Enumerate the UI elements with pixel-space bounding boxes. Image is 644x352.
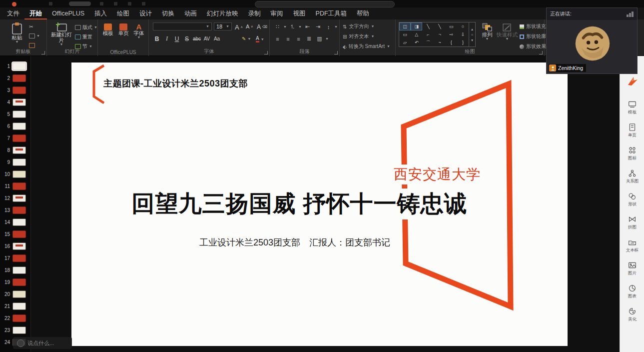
columns-button[interactable]: ▥ <box>315 35 324 42</box>
slide-canvas[interactable]: 主题团课-工业设计米兰2503团支部 西安交通大学 回望九三扬国威 抒怀十一铸忠… <box>71 62 568 346</box>
slide-thumbnail[interactable] <box>12 158 26 166</box>
shape-option-icon[interactable]: ⌒ <box>422 38 434 46</box>
slide-header-text[interactable]: 主题团课-工业设计米兰2503团支部 <box>103 78 248 90</box>
shape-gallery[interactable]: ◫◨╲╲▭○▭△⌐¬⇨⇩▱↶⌒~{} ▴=▾ <box>399 22 476 47</box>
slide-thumbnail-row-14[interactable]: 14 <box>0 216 31 228</box>
slide-thumbnail-row-17[interactable]: 17 <box>0 252 31 264</box>
double-strike-button[interactable]: abc <box>192 34 202 43</box>
slide-thumbnail[interactable] <box>12 254 26 262</box>
convert-smartart-button[interactable]: ⬖转换为 SmartArt▼ <box>343 42 390 50</box>
new-slide-button[interactable]: 新建幻灯片 ▼ <box>50 22 73 46</box>
university-text[interactable]: 西安交通大学 <box>390 164 485 184</box>
slide-thumbnail[interactable] <box>12 218 26 226</box>
clipboard-dialog-launcher[interactable] <box>41 51 45 54</box>
sidebar-item-picture[interactable]: 图片 <box>620 261 644 276</box>
slide-thumbnail-row-19[interactable]: 19 <box>0 276 31 288</box>
slide-thumbnail[interactable] <box>12 266 26 274</box>
menu-tab-11[interactable]: 视图 <box>288 8 311 20</box>
slide-thumbnail-row-2[interactable]: 2 <box>0 72 31 84</box>
slide-thumbnail[interactable] <box>12 86 26 94</box>
slide-thumbnail-row-3[interactable]: 3 <box>0 84 31 96</box>
shape-option-icon[interactable]: ⇩ <box>457 30 469 38</box>
decrease-indent-button[interactable]: ⇤ <box>303 23 312 30</box>
clear-formatting-button[interactable]: A⌫ <box>257 24 267 30</box>
sidebar-item-page[interactable]: 单页 <box>620 123 644 138</box>
speaker-video-overlay[interactable]: 正在讲话: ZenithKing <box>546 8 638 74</box>
slide-thumbnail[interactable] <box>12 122 26 130</box>
menu-tab-12[interactable]: PDF工具箱 <box>311 8 352 20</box>
align-right-button[interactable]: ≡ <box>294 35 303 42</box>
sidebar-item-chart[interactable]: 图表 <box>620 284 644 300</box>
font-color-button[interactable]: A▼ <box>256 36 264 42</box>
slide-thumbnail[interactable] <box>12 206 26 214</box>
slide-thumbnail[interactable] <box>12 98 26 106</box>
slide-title-block[interactable]: 回望九三扬国威 抒怀十一铸忠诚 <box>71 188 528 220</box>
slide-thumbnail[interactable] <box>12 278 26 286</box>
shape-option-icon[interactable]: ▱ <box>399 38 411 46</box>
menu-tab-5[interactable]: 设计 <box>134 8 157 20</box>
slide-thumbnail-row-8[interactable]: 8 <box>0 144 31 156</box>
text-direction-button[interactable]: ⇅文字方向▼ <box>343 22 374 30</box>
slide-thumbnail[interactable] <box>12 110 26 118</box>
shape-option-icon[interactable]: ◨ <box>411 22 422 30</box>
shrink-font-button[interactable]: A˅ <box>246 24 253 30</box>
underline-button[interactable]: U <box>172 34 182 43</box>
slide-subtitle-block[interactable]: 工业设计米兰2503团支部汇报人：团支部书记 <box>71 236 518 248</box>
shape-option-icon[interactable]: ╲ <box>422 22 434 30</box>
sidebar-item-relation[interactable]: 关系图 <box>620 169 644 184</box>
sidebar-item-shapes[interactable]: 形状 <box>620 192 644 208</box>
shape-option-icon[interactable]: ⌐ <box>422 30 434 38</box>
slide-thumbnail-row-5[interactable]: 5 <box>0 108 31 120</box>
font-name-combo[interactable]: ▼ <box>153 22 212 30</box>
format-painter-button[interactable] <box>29 43 35 48</box>
slide-thumbnail-row-20[interactable]: 20 <box>0 288 31 300</box>
paragraph-dialog-launcher[interactable] <box>334 51 338 54</box>
save-icon[interactable] <box>100 2 103 6</box>
shape-option-icon[interactable]: △ <box>411 30 422 38</box>
menu-tab-10[interactable]: 审阅 <box>266 8 288 20</box>
slide-thumbnail[interactable] <box>12 134 26 142</box>
sidebar-item-template[interactable]: 模板 <box>620 100 644 116</box>
slide-thumbnail-row-1[interactable]: 1 <box>0 60 31 72</box>
grow-font-button[interactable]: A˄ <box>235 24 243 31</box>
officeplus-font-button[interactable]: A 字体 ▼ <box>132 24 146 39</box>
autosave-toggle[interactable] <box>69 2 91 6</box>
sidebar-item-icons[interactable]: 图标 <box>620 146 644 162</box>
slide-thumbnail[interactable] <box>12 302 26 310</box>
start-presentation-icon[interactable] <box>142 2 145 6</box>
paste-button[interactable]: 粘贴 ▼ <box>7 22 27 44</box>
menu-tab-13[interactable]: 帮助 <box>352 8 374 20</box>
slide-thumbnail-row-6[interactable]: 6 <box>0 120 31 132</box>
slide-thumbnail-row-15[interactable]: 15 <box>0 228 31 240</box>
slide-thumbnail[interactable] <box>12 74 26 82</box>
strikethrough-button[interactable]: S <box>182 34 192 43</box>
slide-thumbnail[interactable] <box>12 146 26 154</box>
slide-thumbnail[interactable] <box>12 290 26 298</box>
shape-option-icon[interactable]: ~ <box>434 38 445 46</box>
menu-tab-8[interactable]: 幻灯片放映 <box>202 8 243 20</box>
font-dialog-launcher[interactable] <box>264 51 268 54</box>
slide-thumbnail-row-11[interactable]: 11 <box>0 180 31 192</box>
bold-button[interactable]: B <box>152 34 162 43</box>
menu-tab-3[interactable]: 插入 <box>89 8 112 20</box>
align-text-button[interactable]: ⊞对齐文本▼ <box>343 32 374 40</box>
slide-thumbnail[interactable] <box>12 314 26 322</box>
slide-thumbnail[interactable] <box>12 230 26 238</box>
slide-thumbnail-row-12[interactable]: 12 <box>0 192 31 204</box>
slide-thumbnail[interactable] <box>12 62 26 70</box>
menu-tab-4[interactable]: 绘图 <box>112 8 134 20</box>
menu-tab-0[interactable]: 文件 <box>2 8 24 20</box>
slide-thumbnail-row-7[interactable]: 7 <box>0 132 31 144</box>
shape-option-icon[interactable]: ▭ <box>446 22 457 30</box>
quick-styles-button[interactable]: 快速样式 ▼ <box>497 23 518 40</box>
copy-button[interactable]: ▼ <box>29 34 40 38</box>
line-spacing-button[interactable]: ↕ <box>324 23 333 30</box>
increase-indent-button[interactable]: ⇥ <box>313 23 323 30</box>
shape-option-icon[interactable]: ¬ <box>434 30 445 38</box>
menu-tab-6[interactable]: 切换 <box>157 8 179 20</box>
slide-thumbnail-row-21[interactable]: 21 <box>0 300 31 312</box>
menu-tab-1[interactable]: 开始 <box>24 8 47 20</box>
officeplus-template-button[interactable]: 模板 <box>101 24 115 36</box>
quick-access-icon[interactable] <box>49 2 52 6</box>
shape-gallery-scrollbar[interactable]: ▴=▾ <box>469 22 475 46</box>
